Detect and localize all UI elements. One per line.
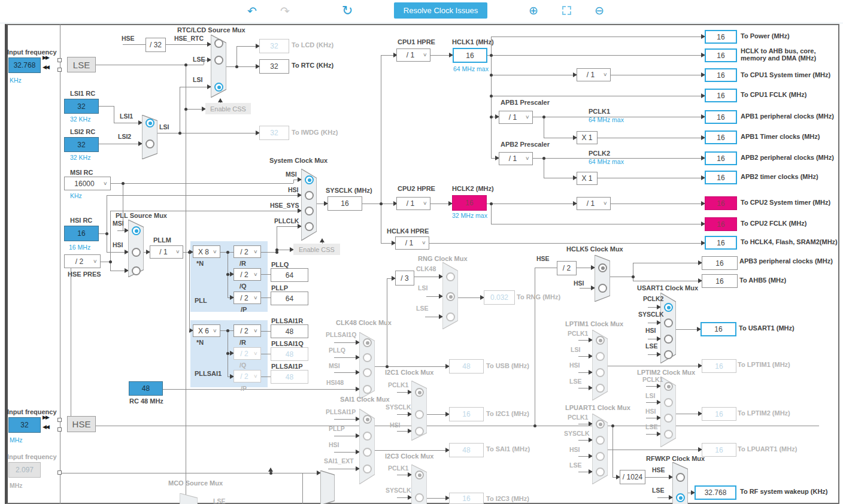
usart1-clock-mux-input-2[interactable] — [664, 335, 673, 344]
cpu2-hpre-dropdown[interactable]: / 1∨ — [396, 197, 430, 210]
hclk5-clock-mux-input-0[interactable] — [598, 263, 607, 272]
cpu1-systimer-value[interactable]: 16 — [705, 68, 737, 82]
chevron-down-icon: ∨ — [213, 248, 217, 254]
to-usb-value: 48 — [449, 359, 484, 374]
pll-source-mux-input-0[interactable] — [132, 226, 141, 235]
wire — [491, 224, 705, 224]
lse-source[interactable]: LSE — [67, 57, 96, 72]
lsi1-rc-value[interactable]: 32 — [64, 99, 99, 114]
hclk5-clock-mux-input-1[interactable] — [598, 284, 607, 293]
pll-p-dropdown[interactable]: / 2∨ — [234, 292, 261, 304]
to-rf-wakeup-value[interactable]: 32.768 — [695, 485, 736, 500]
cpu1-hpre-dropdown[interactable]: / 1∨ — [396, 48, 430, 62]
apb2-prescaler-dropdown[interactable]: / 1∨ — [499, 152, 533, 165]
lse-input-frequency[interactable]: 32.768 — [8, 57, 41, 73]
cpu2-systimer-value[interactable]: 16 — [705, 196, 737, 210]
hsi-rc-value[interactable]: 16 — [64, 226, 99, 241]
wire — [60, 473, 271, 473]
label: To LPUART1 (MHz) — [738, 445, 797, 453]
cpu2-systick-div-dropdown[interactable]: / 1∨ — [577, 197, 611, 210]
to-lptim2-value: 16 — [702, 407, 736, 421]
to-rng-value: 0.032 — [484, 290, 515, 305]
junction-dot — [380, 202, 383, 205]
pllsai1q-value: 48 — [271, 347, 308, 361]
rfwkp-clock-mux-input-1[interactable] — [676, 493, 685, 502]
enable-css-rtc-button[interactable]: Enable CSS — [205, 103, 251, 114]
system-clock-mux-input-3[interactable] — [305, 222, 314, 231]
usart1-clock-mux-input-3[interactable] — [664, 350, 673, 359]
chevron-down-icon: ∨ — [253, 327, 258, 333]
mux-shape — [180, 493, 198, 504]
wire — [598, 138, 705, 138]
pll-r-dropdown[interactable]: / 2∨ — [234, 245, 261, 258]
label: LSE — [569, 462, 581, 469]
lsi2-rc-value[interactable]: 32 — [64, 137, 99, 152]
usart1-clock-mux-input-0[interactable] — [664, 303, 673, 312]
label: HSI — [288, 186, 299, 193]
pll-q-value: / 2 — [240, 271, 254, 279]
system-clock-mux-input-2[interactable] — [305, 207, 314, 215]
rtc-lcd-source-mux-input-2[interactable] — [214, 83, 223, 92]
hse-pres-dropdown[interactable]: / 2∨ — [64, 254, 101, 268]
system-clock-mux-input-0[interactable] — [305, 175, 314, 184]
chevron-down-icon: ∨ — [603, 72, 608, 77]
pll-source-mux-input-2[interactable] — [132, 266, 141, 275]
clock-diagram: ▶▶◀◀▶▶◀◀ 32.76832321648322.097LSEHSE/ 32… — [0, 0, 843, 504]
lsi-mux-input-1[interactable] — [145, 139, 154, 148]
apb2-timer-value[interactable]: 16 — [705, 171, 737, 184]
hclk-ahb-value[interactable]: 16 — [705, 48, 737, 62]
hclk1-value[interactable]: 16 — [453, 48, 487, 63]
connector-square[interactable] — [57, 427, 62, 432]
rfwkp-clock-mux-input-0[interactable] — [676, 473, 685, 482]
wire — [271, 473, 320, 473]
lsi-mux-input-0[interactable] — [145, 119, 154, 127]
connector-square[interactable] — [57, 68, 62, 72]
hclk2-value[interactable]: 16 — [452, 195, 487, 211]
pllsai1-n-dropdown[interactable]: X 6∨ — [193, 324, 220, 337]
sai1-clock-mux-input-1 — [363, 432, 372, 441]
hse-input-frequency[interactable]: 32 — [8, 417, 41, 433]
apb1-periph-value[interactable]: 16 — [705, 110, 737, 124]
to-power-value[interactable]: 16 — [705, 30, 737, 44]
to-lpuart1-value: 16 — [702, 443, 736, 457]
pll-q-dropdown[interactable]: / 2∨ — [234, 268, 261, 281]
hclk4-hpre-dropdown[interactable]: / 1∨ — [395, 236, 429, 250]
label: MHz — [10, 436, 23, 444]
usart1-clock-mux-input-1[interactable] — [664, 318, 673, 327]
rtc-lcd-source-mux-input-1[interactable] — [214, 56, 223, 65]
pll-n-dropdown[interactable]: X 8∨ — [193, 245, 220, 258]
wire — [236, 46, 237, 66]
junction-dot — [184, 108, 187, 111]
wire — [99, 106, 114, 107]
label: APB2 Prescaler — [501, 141, 550, 148]
enable-css-sys-button[interactable]: Enable CSS — [293, 244, 340, 255]
system-clock-mux-input-1[interactable] — [305, 191, 314, 200]
apb2-periph-value[interactable]: 16 — [705, 151, 737, 165]
label: PCLK1 — [388, 381, 408, 388]
junction-dot — [226, 273, 229, 276]
wire — [261, 252, 277, 253]
hse-source[interactable]: HSE — [67, 416, 96, 432]
pllsai1-r-dropdown[interactable]: / 2∨ — [234, 324, 261, 337]
rtc-lcd-source-mux-input-0[interactable] — [214, 39, 223, 48]
pllm-dropdown[interactable]: / 1∨ — [150, 245, 183, 259]
apb1-timer-value[interactable]: 16 — [705, 130, 737, 144]
wire — [180, 87, 211, 87]
label: PLLSAI1P — [271, 363, 303, 371]
cpu1-systick-div-dropdown[interactable]: / 1∨ — [577, 68, 611, 81]
pll-source-mux-input-1[interactable] — [132, 248, 141, 257]
rng-div3: / 3 — [395, 271, 414, 286]
cpu1-fclk-value[interactable]: 16 — [705, 89, 737, 102]
connector-square[interactable] — [57, 418, 62, 422]
to-lptim1-value: 16 — [702, 359, 736, 373]
cpu2-fclk-value[interactable]: 16 — [705, 217, 737, 231]
msi-rc-range-dropdown[interactable]: 16000∨ — [64, 177, 111, 190]
apb1-prescaler-dropdown[interactable]: / 1∨ — [499, 111, 533, 124]
connector-square[interactable] — [57, 58, 62, 62]
label: /R — [239, 339, 246, 347]
junction-dot — [542, 116, 545, 119]
connector-square[interactable] — [57, 470, 62, 475]
to-usart1-value[interactable]: 16 — [701, 322, 736, 336]
rc48-value[interactable]: 48 — [129, 381, 163, 396]
to-hclk4-value[interactable]: 16 — [705, 236, 737, 250]
